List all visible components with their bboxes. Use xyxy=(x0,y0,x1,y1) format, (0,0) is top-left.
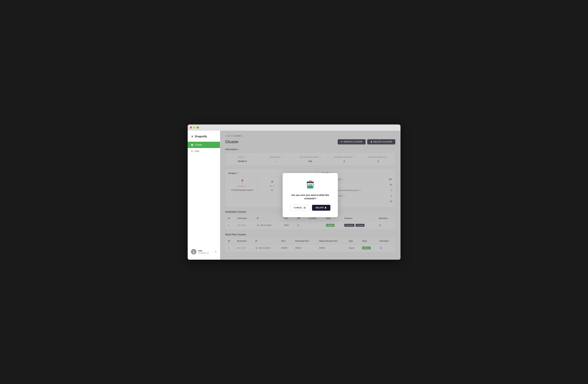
sidebar-item-user-label: User xyxy=(195,150,200,152)
minimize-button[interactable] xyxy=(193,126,195,129)
sidebar-item-user[interactable]: ⊙ User xyxy=(188,148,220,154)
user-icon: ⊙ xyxy=(191,150,193,153)
avatar xyxy=(191,249,196,255)
app-container: ✳ Dragonfly ▦ Cluster ⊙ User root xyxy=(188,131,400,260)
maximize-button[interactable] xyxy=(197,126,199,129)
sidebar-logo-text: Dragonfly xyxy=(195,135,207,138)
sidebar-item-cluster-label: Cluster xyxy=(195,143,202,146)
user-name: root xyxy=(198,249,213,252)
cluster-icon: ▦ xyxy=(191,143,193,146)
user-email: root@dfy.com xyxy=(198,252,213,254)
modal-actions: CANCEL ✕ DELETE 🗑 xyxy=(289,205,332,211)
modal-message: Are you sure you want to delet this sche… xyxy=(289,193,332,200)
sidebar-logo: ✳ Dragonfly xyxy=(188,133,220,142)
modal-trash-icon xyxy=(289,180,332,191)
cancel-x-icon: ✕ xyxy=(303,206,306,209)
delete-confirmation-modal: Are you sure you want to delet this sche… xyxy=(283,173,338,217)
delete-trash-icon: 🗑 xyxy=(325,207,327,209)
cancel-button[interactable]: CANCEL ✕ xyxy=(290,205,310,211)
svg-point-0 xyxy=(193,251,194,252)
chevron-icon: ⇅ xyxy=(215,250,217,253)
sidebar: ✳ Dragonfly ▦ Cluster ⊙ User root xyxy=(188,131,220,260)
sidebar-item-cluster[interactable]: ▦ Cluster xyxy=(188,142,220,148)
delete-confirm-button[interactable]: DELETE 🗑 xyxy=(312,205,330,211)
modal-overlay: Are you sure you want to delet this sche… xyxy=(220,131,400,260)
title-bar xyxy=(188,124,400,131)
sidebar-user-section: root root@dfy.com ⇅ xyxy=(188,246,220,257)
dragonfly-logo-icon: ✳ xyxy=(191,135,194,139)
user-info: root root@dfy.com xyxy=(198,249,213,254)
main-content: clusters / cluster-1 Cluster ✏ UPDATE CL… xyxy=(220,131,400,260)
svg-point-1 xyxy=(192,252,195,253)
close-button[interactable] xyxy=(190,126,192,129)
app-window: ✳ Dragonfly ▦ Cluster ⊙ User root xyxy=(188,124,400,260)
svg-rect-3 xyxy=(309,181,312,182)
